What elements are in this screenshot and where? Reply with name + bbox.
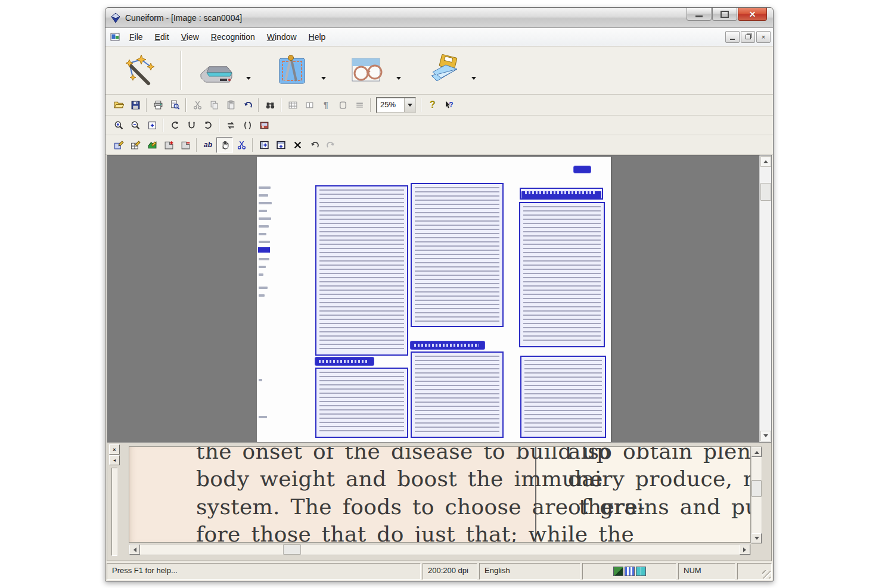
pane-vertical-scrollbar[interactable]: [751, 446, 762, 544]
rotate-180-button[interactable]: [183, 117, 200, 133]
col1-heading-block[interactable]: [315, 357, 374, 365]
zoom-combo-dropdown[interactable]: [404, 98, 415, 112]
scroll-thumb[interactable]: [760, 183, 771, 201]
menu-help[interactable]: Help: [303, 30, 332, 44]
scan-button[interactable]: [187, 48, 246, 92]
menu-window[interactable]: Window: [261, 30, 303, 44]
find-button[interactable]: [262, 97, 278, 113]
page-number-block[interactable]: [573, 166, 591, 173]
add-table-block-button[interactable]: [272, 137, 289, 153]
menu-view[interactable]: View: [175, 30, 205, 44]
document-icon[interactable]: [110, 33, 120, 41]
mdi-close-button[interactable]: ×: [756, 31, 771, 43]
pane-close-button[interactable]: ×: [109, 444, 120, 455]
zoom-out-button[interactable]: [127, 117, 144, 133]
undo-layout-button[interactable]: [306, 137, 322, 153]
image-view-canvas[interactable]: [107, 155, 772, 443]
hand-pan-button[interactable]: [216, 137, 233, 153]
fit-window-button[interactable]: [144, 117, 160, 133]
sort-blocks-button[interactable]: ab: [200, 137, 216, 153]
save-export-button[interactable]: [412, 48, 471, 92]
hand-icon: [220, 140, 230, 150]
print-button[interactable]: [150, 97, 166, 113]
menu-edit[interactable]: Edit: [149, 30, 175, 44]
pane-horizontal-scrollbar[interactable]: [129, 544, 751, 555]
swap-arrows-icon: [226, 120, 236, 130]
verify-dropdown-arrow[interactable]: [396, 77, 401, 82]
col1-lower-block[interactable]: [315, 368, 408, 438]
help-button[interactable]: ?: [424, 97, 441, 113]
pane-hscroll-thumb[interactable]: [283, 545, 301, 555]
maximize-button[interactable]: [712, 8, 737, 21]
status-resize-grip[interactable]: [737, 563, 772, 580]
scanned-page[interactable]: [257, 157, 611, 442]
zoom-combo[interactable]: 25%: [376, 97, 416, 113]
minimize-button[interactable]: [687, 8, 712, 21]
edit-block-button[interactable]: [110, 137, 127, 153]
pane-collapse-button[interactable]: ◄: [109, 455, 120, 465]
zoomed-text-view: the onset of the disease to build up bod…: [129, 446, 751, 543]
table-cells-icon: [305, 100, 315, 110]
add-to-block-button[interactable]: [160, 137, 177, 153]
undo-button[interactable]: [239, 97, 256, 113]
pane-scroll-down-button[interactable]: [751, 533, 762, 543]
add-text-block-icon: [259, 140, 269, 150]
image-properties-button[interactable]: [256, 117, 272, 133]
col3-main-block[interactable]: [519, 202, 605, 347]
open-button[interactable]: [110, 97, 127, 113]
close-button[interactable]: ✕: [738, 8, 767, 21]
recognize-dropdown-arrow[interactable]: [321, 77, 326, 82]
save-export-dropdown-arrow[interactable]: [471, 77, 476, 82]
arrow-left-icon: [131, 547, 136, 552]
analyze-layout-button[interactable]: [144, 137, 160, 153]
save-button[interactable]: [127, 97, 144, 113]
title-bar[interactable]: Cuneiform - [Image : scan0004] ✕: [105, 8, 773, 28]
save-icon: [131, 100, 141, 110]
pane-vscroll-thumb[interactable]: [751, 480, 762, 497]
mdi-restore-button[interactable]: [741, 31, 755, 43]
lines-button: [351, 97, 368, 113]
delete-block-button[interactable]: [289, 137, 306, 153]
copy-icon: [209, 100, 219, 110]
redo-layout-button: [322, 137, 339, 153]
rotate-left-button[interactable]: [166, 117, 183, 133]
add-text-block-button[interactable]: [256, 137, 272, 153]
pane-splitter[interactable]: [111, 468, 117, 556]
mdi-minimize-button[interactable]: [725, 31, 740, 43]
app-icon: [110, 13, 121, 23]
edit-table-button[interactable]: [127, 137, 144, 153]
scroll-down-button[interactable]: [760, 431, 771, 441]
cut-from-block-button[interactable]: [177, 137, 194, 153]
scan-dropdown-arrow[interactable]: [246, 77, 251, 82]
fit-window-icon: [147, 120, 157, 130]
col3-heading-block[interactable]: [520, 188, 603, 200]
context-help-button[interactable]: ?: [441, 97, 458, 113]
block-button: [334, 97, 351, 113]
zoom-combo-value: 25%: [377, 98, 404, 112]
scroll-left-button[interactable]: [129, 545, 140, 555]
rotate-left-icon: [170, 120, 180, 130]
menu-file[interactable]: File: [123, 30, 149, 44]
zoom-in-button[interactable]: [110, 117, 127, 133]
col2-lower-block[interactable]: [411, 351, 504, 438]
menu-recognition[interactable]: Recognition: [205, 30, 261, 44]
print-preview-button[interactable]: [166, 97, 183, 113]
col2-main-block[interactable]: [411, 183, 504, 327]
image-vertical-scrollbar[interactable]: [759, 155, 771, 442]
wizard-button[interactable]: [110, 48, 170, 92]
scroll-up-button[interactable]: [760, 156, 771, 167]
recognize-button[interactable]: [262, 48, 321, 92]
menu-bar: File Edit View Recognition Window Help ×: [105, 28, 773, 46]
scroll-right-button[interactable]: [740, 545, 750, 555]
cut-block-button[interactable]: [233, 137, 250, 153]
verify-button[interactable]: [337, 48, 396, 92]
zoom-line: of grains and pulses.: [568, 494, 751, 520]
resize-image-button[interactable]: [239, 117, 256, 133]
cut-from-block-icon: [181, 140, 191, 150]
col1-main-block[interactable]: [315, 185, 408, 356]
pane-scroll-up-button[interactable]: [751, 447, 762, 457]
swap-image-button[interactable]: [222, 117, 239, 133]
col2-heading-block[interactable]: [411, 341, 485, 349]
col3-lower-block[interactable]: [520, 356, 606, 438]
rotate-right-button[interactable]: [200, 117, 216, 133]
